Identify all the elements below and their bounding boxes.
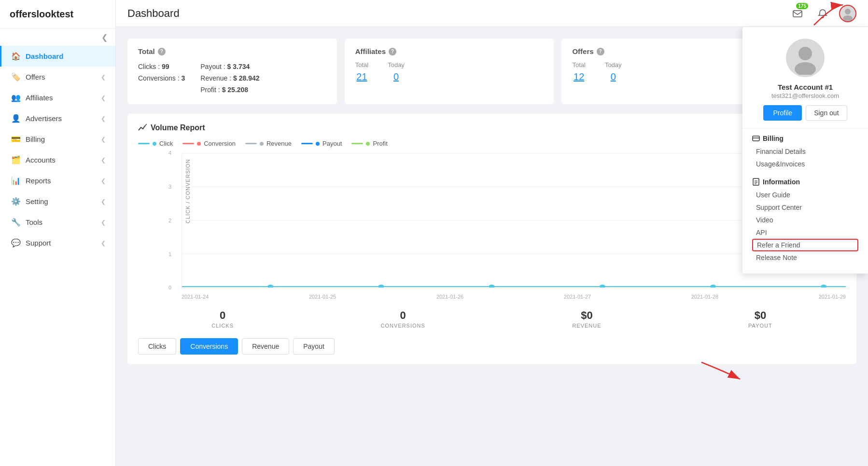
nav-chevron-accounts: ❮ — [101, 157, 106, 164]
summary-item-conversions: 0 CONVERSIONS — [381, 309, 425, 329]
legend-dot-revenue — [260, 142, 264, 146]
sidebar-item-accounts[interactable]: 🗂️ Accounts ❮ — [0, 150, 115, 170]
tab-clicks[interactable]: Clicks — [138, 338, 176, 355]
nav-chevron-affiliates: ❮ — [101, 95, 106, 101]
summary-value-payout: $0 — [748, 309, 772, 322]
dropdown-information-section: Information User Guide Support Center Vi… — [742, 172, 868, 266]
dropdown-billing-section: Billing Financial Details Usage&Invoices — [742, 129, 868, 172]
legend-label-conversion: Conversion — [204, 140, 236, 147]
total-right-stats: Payout : $ 3.734 Revenue : $ 28.942 Prof… — [200, 61, 259, 96]
nav-label-support: Support — [26, 239, 51, 247]
sidebar-item-support[interactable]: 💬 Support ❮ — [0, 233, 115, 253]
svg-point-5 — [378, 285, 384, 288]
dropdown-avatar-icon — [788, 41, 822, 75]
svg-point-4 — [267, 285, 273, 288]
video-link[interactable]: Video — [752, 214, 858, 226]
svg-rect-12 — [753, 136, 759, 141]
svg-point-11 — [795, 62, 816, 75]
offers-today-value[interactable]: 0 — [605, 71, 622, 82]
nav-label-dashboard: Dashboard — [26, 52, 63, 60]
offers-total-col: Total 12 — [572, 61, 585, 82]
chart-icon — [138, 123, 147, 132]
svg-point-7 — [600, 285, 605, 288]
legend-line-profit — [351, 143, 363, 144]
svg-point-9 — [821, 285, 826, 288]
total-left-stats: Clicks : 99 Conversions : 3 — [138, 61, 185, 96]
nav-chevron-support: ❮ — [101, 240, 106, 247]
release-note-link[interactable]: Release Note — [752, 251, 858, 264]
profile-button[interactable]: Profile — [763, 105, 802, 121]
total-help-icon[interactable]: ? — [158, 48, 166, 55]
x-tick-2021-01-24: 2021-01-24 — [182, 294, 209, 300]
affiliates-today-value[interactable]: 0 — [388, 71, 405, 82]
tab-conversions[interactable]: Conversions — [180, 338, 238, 355]
brand-name: offerslooktest — [0, 0, 115, 29]
usage-invoices-link[interactable]: Usage&Invoices — [752, 158, 858, 170]
sidebar-item-reports[interactable]: 📊 Reports ❮ — [0, 170, 115, 191]
nav-chevron-billing: ❮ — [101, 136, 106, 143]
sidebar-item-billing[interactable]: 💳 Billing ❮ — [0, 129, 115, 150]
chart-area: CLICK / CONVERSION 4 3 2 — [153, 153, 846, 302]
affiliates-help-icon[interactable]: ? — [389, 48, 396, 55]
x-ticks: 2021-01-242021-01-252021-01-262021-01-27… — [182, 292, 846, 302]
affiliates-total-value[interactable]: 21 — [355, 71, 368, 82]
sidebar-item-offers[interactable]: 🏷️ Offers ❮ — [0, 67, 115, 87]
sidebar-item-tools[interactable]: 🔧 Tools ❮ — [0, 212, 115, 233]
billing-section-title: Billing — [752, 135, 858, 142]
nav-icon-offers: 🏷️ — [11, 72, 21, 82]
nav-icon-reports: 📊 — [11, 176, 21, 185]
offers-help-icon[interactable]: ? — [597, 48, 604, 55]
page-title: Dashboard — [127, 7, 180, 20]
topbar: Dashboard 175 — [116, 0, 868, 27]
sidebar-item-affiliates[interactable]: 👥 Affiliates ❮ — [0, 87, 115, 108]
envelope-btn[interactable]: 175 — [789, 5, 806, 22]
api-link[interactable]: API — [752, 226, 858, 239]
user-guide-link[interactable]: User Guide — [752, 189, 858, 201]
envelope-icon — [792, 8, 803, 19]
x-tick-2021-01-26: 2021-01-26 — [436, 294, 463, 300]
offers-card-title: Offers ? — [572, 47, 760, 55]
offers-total-value[interactable]: 12 — [572, 71, 585, 82]
financial-details-link[interactable]: Financial Details — [752, 145, 858, 158]
nav-label-setting: Setting — [26, 197, 48, 206]
sidebar-item-dashboard[interactable]: 🏠 Dashboard — [0, 46, 115, 67]
refer-friend-link[interactable]: Refer a Friend — [752, 239, 858, 251]
offers-cols: Total 12 Today 0 — [572, 61, 760, 82]
tab-payout[interactable]: Payout — [293, 338, 335, 355]
information-icon — [752, 178, 760, 186]
notification-badge: 175 — [796, 3, 808, 9]
tab-revenue[interactable]: Revenue — [242, 338, 289, 355]
billing-icon — [752, 135, 760, 142]
dropdown-profile-section: Test Account #1 test321@offerslook.com P… — [742, 27, 868, 129]
nav-icon-advertisers: 👤 — [11, 114, 21, 123]
affiliates-cols: Total 21 Today 0 — [355, 61, 544, 82]
sidebar-item-advertisers[interactable]: 👤 Advertisers ❮ — [0, 108, 115, 129]
x-tick-2021-01-28: 2021-01-28 — [691, 294, 718, 300]
chart-legend: Click Conversion Revenue Payout Profit — [138, 140, 846, 147]
summary-value-revenue: $0 — [572, 309, 601, 322]
nav-chevron-advertisers: ❮ — [101, 115, 106, 122]
nav-label-reports: Reports — [26, 177, 51, 185]
support-center-link[interactable]: Support Center — [752, 201, 858, 214]
sidebar: offerslooktest ❮ 🏠 Dashboard 🏷️ Offers ❮… — [0, 0, 116, 466]
nav-icon-tools: 🔧 — [11, 218, 21, 227]
summary-value-clicks: 0 — [211, 309, 234, 322]
legend-dot-payout — [316, 142, 320, 146]
sidebar-item-setting[interactable]: ⚙️ Setting ❮ — [0, 191, 115, 212]
legend-label-click: Click — [159, 140, 173, 147]
svg-point-6 — [489, 285, 495, 288]
bottom-arrow-svg — [697, 357, 745, 386]
legend-item-click: Click — [138, 140, 173, 147]
offers-card: Offers ? Total 12 Today 0 — [561, 39, 771, 104]
svg-point-8 — [710, 285, 716, 288]
dropdown-action-buttons: Profile Sign out — [763, 105, 847, 121]
summary-label-revenue: REVENUE — [572, 323, 601, 329]
nav-icon-support: 💬 — [11, 238, 21, 247]
summary-label-conversions: CONVERSIONS — [381, 323, 425, 329]
nav-label-advertisers: Advertisers — [26, 114, 62, 123]
summary-label-payout: PAYOUT — [748, 323, 772, 329]
sidebar-collapse-btn[interactable]: ❮ — [0, 29, 115, 46]
nav-chevron-offers: ❮ — [101, 74, 106, 81]
signout-button[interactable]: Sign out — [806, 105, 847, 121]
affiliates-total-col: Total 21 — [355, 61, 368, 82]
